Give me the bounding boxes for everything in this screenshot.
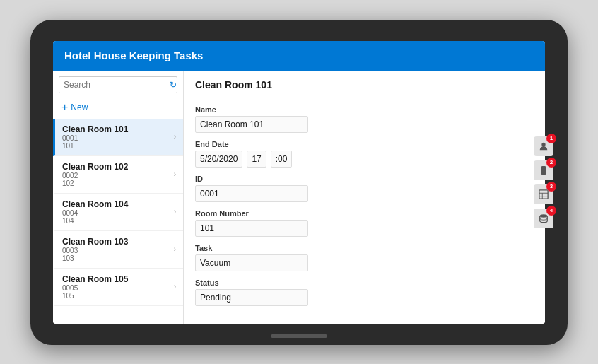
list-item-name: Clean Room 102 <box>62 162 174 172</box>
database-icon <box>539 213 549 223</box>
end-date-min: :00 <box>271 151 293 168</box>
list-items: Clean Room 101 0001 101 › Clean Room 102… <box>53 119 183 324</box>
refresh-icon[interactable]: ↻ <box>170 80 177 90</box>
chevron-right-icon: › <box>174 208 176 216</box>
list-item-id: 0001 <box>62 134 174 142</box>
end-date-label: End Date <box>195 140 534 148</box>
field-status: Status Pending <box>195 278 534 306</box>
list-item[interactable]: Clean Room 102 0002 102 › <box>53 156 183 194</box>
chevron-right-icon: › <box>174 245 176 253</box>
task-label: Task <box>195 244 534 252</box>
tablet-screen: Hotel House Keeping Tasks ↻ + New <box>53 41 545 324</box>
room-number-label: Room Number <box>195 209 534 218</box>
detail-title: Clean Room 101 <box>195 79 534 98</box>
list-item-text: Clean Room 101 0001 101 <box>62 124 174 150</box>
list-item[interactable]: Clean Room 104 0004 104 › <box>53 194 183 231</box>
name-value: Clean Room 101 <box>195 116 308 133</box>
table-icon <box>539 189 549 199</box>
badge-3: 3 <box>546 182 556 192</box>
list-item[interactable]: Clean Room 101 0001 101 › <box>53 119 183 156</box>
chevron-right-icon: › <box>174 133 176 141</box>
chevron-right-icon: › <box>174 170 176 178</box>
list-item-room: 104 <box>62 217 174 225</box>
svg-point-7 <box>540 214 548 217</box>
id-label: ID <box>195 175 534 183</box>
date-row: 5/20/2020 17 :00 <box>195 151 534 168</box>
new-button-label: New <box>71 102 88 112</box>
list-item-text: Clean Room 104 0004 104 <box>62 199 174 225</box>
toolbar-btn-3[interactable]: 3 <box>534 184 553 204</box>
search-bar[interactable]: ↻ <box>59 76 177 93</box>
list-item-id: 0005 <box>62 284 174 292</box>
status-value: Pending <box>195 289 308 306</box>
plus-icon: + <box>61 102 68 113</box>
task-value: Vacuum <box>195 254 308 271</box>
app-body: ↻ + New Clean Room 101 0001 101 › <box>53 71 545 324</box>
field-task: Task Vacuum <box>195 244 534 271</box>
list-item-id: 0003 <box>62 247 174 254</box>
list-item-room: 102 <box>62 180 174 187</box>
list-item-name: Clean Room 101 <box>62 124 174 134</box>
field-name: Name Clean Room 101 <box>195 105 534 133</box>
list-item[interactable]: Clean Room 105 0005 105 › <box>53 269 183 306</box>
user-icon <box>539 141 549 151</box>
list-item-name: Clean Room 104 <box>62 199 174 209</box>
list-item[interactable]: Clean Room 103 0003 103 › <box>53 231 183 269</box>
list-item-id: 0002 <box>62 172 174 180</box>
room-number-value: 101 <box>195 220 308 237</box>
svg-rect-3 <box>539 189 548 198</box>
list-item-text: Clean Room 103 0003 103 <box>62 237 174 262</box>
list-item-id: 0004 <box>62 209 174 217</box>
search-input[interactable] <box>64 80 170 90</box>
sidebar: ↻ + New Clean Room 101 0001 101 › <box>53 71 184 324</box>
svg-point-0 <box>541 142 545 146</box>
toolbar-btn-2[interactable]: 2 <box>534 160 553 180</box>
home-bar <box>271 334 327 338</box>
new-button[interactable]: + New <box>53 99 183 119</box>
phone-icon <box>539 165 549 175</box>
chevron-right-icon: › <box>174 283 176 290</box>
list-item-text: Clean Room 105 0005 105 <box>62 274 174 300</box>
right-toolbar: 1 2 3 4 <box>534 136 553 228</box>
list-item-text: Clean Room 102 0002 102 <box>62 162 174 187</box>
list-item-room: 101 <box>62 142 174 150</box>
detail-panel: Clean Room 101 Name Clean Room 101 End D… <box>184 71 545 324</box>
badge-4: 4 <box>546 206 556 216</box>
end-date-hour: 17 <box>247 151 266 168</box>
app-title: Hotel House Keeping Tasks <box>64 49 203 61</box>
end-date-date: 5/20/2020 <box>195 151 242 168</box>
tablet-frame: Hotel House Keeping Tasks ↻ + New <box>30 20 568 345</box>
list-item-name: Clean Room 103 <box>62 237 174 247</box>
svg-point-2 <box>543 172 544 174</box>
toolbar-btn-4[interactable]: 4 <box>534 209 553 228</box>
id-value: 0001 <box>195 185 308 202</box>
field-end-date: End Date 5/20/2020 17 :00 <box>195 140 534 168</box>
list-item-name: Clean Room 105 <box>62 274 174 284</box>
badge-1: 1 <box>546 134 556 143</box>
field-room-number: Room Number 101 <box>195 209 534 237</box>
list-item-room: 103 <box>62 254 174 262</box>
name-label: Name <box>195 105 534 114</box>
list-item-room: 105 <box>62 292 174 300</box>
toolbar-btn-1[interactable]: 1 <box>534 136 553 156</box>
field-id: ID 0001 <box>195 175 534 202</box>
badge-2: 2 <box>546 158 556 168</box>
status-label: Status <box>195 278 534 287</box>
app-header: Hotel House Keeping Tasks <box>53 41 545 71</box>
